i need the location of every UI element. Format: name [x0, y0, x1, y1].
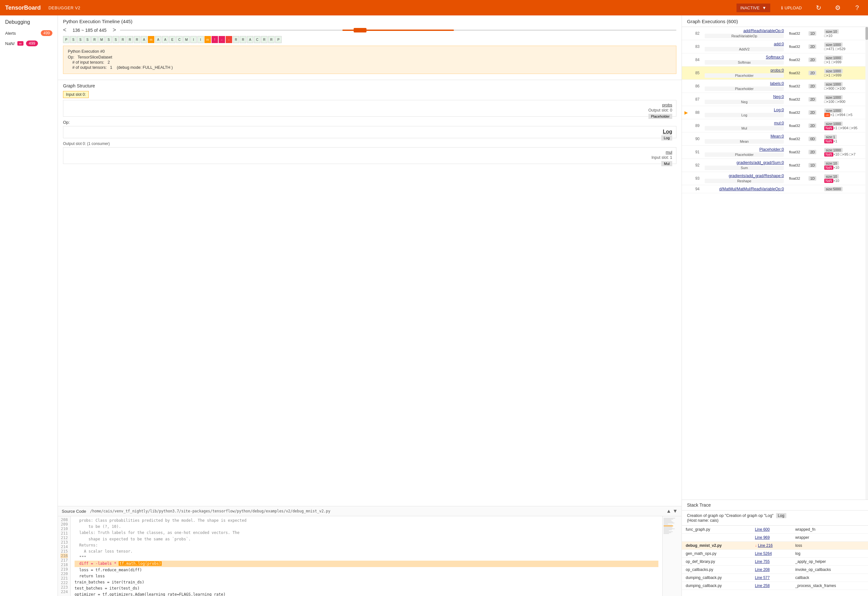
graph-exec-row[interactable]: 89mul:0Mulfloat322Dsize:1000NaN×1 □×904 … — [682, 119, 868, 133]
graph-exec-row[interactable]: 83add:0AddV2float322Dsize:1000□×471 □×52… — [682, 40, 868, 53]
graph-exec-row[interactable]: 85probs:0Placeholderfloat322Dsize:1000□×… — [682, 66, 868, 80]
input-graph-box: probs Output slot: 0 Placeholder — [63, 100, 676, 117]
help-button[interactable]: ? — [851, 2, 863, 13]
row-op[interactable]: mul:0Mul — [702, 119, 786, 133]
exec-chip-14[interactable]: A — [162, 36, 168, 43]
graph-exec-scrollbar[interactable] — [865, 27, 868, 500]
graph-exec-row[interactable]: 84Softmax:0Softmaxfloat322Dsize:1000□×1 … — [682, 53, 868, 66]
op-box-tag-button[interactable]: Log — [661, 135, 672, 140]
status-dropdown[interactable]: INACTIVE ▼ — [737, 3, 770, 12]
exec-chip-17[interactable]: M — [183, 36, 190, 43]
row-dim: 1D — [806, 27, 821, 40]
exec-chip-2[interactable]: S — [77, 36, 84, 43]
graph-exec-row[interactable]: ▶88Log:0Logfloat322Dsize:1000-∞×1 □×994 … — [682, 106, 868, 119]
graph-exec-row[interactable]: 92gradients/add_grad/Sum:0Sumfloat321Dsi… — [682, 159, 868, 172]
exec-chip-19[interactable]: I — [197, 36, 204, 43]
row-op[interactable]: gradients/add_grad/Reshape:0Reshape — [702, 172, 786, 185]
exec-chip-7[interactable]: S — [112, 36, 119, 43]
upload-button[interactable]: ℹ UPLOAD — [778, 3, 805, 12]
timeline-next-button[interactable]: > — [113, 27, 117, 34]
exec-chip-24[interactable]: R — [233, 36, 239, 43]
exec-chip-25[interactable]: R — [240, 36, 246, 43]
exec-chip-11[interactable]: A — [141, 36, 147, 43]
graph-exec-row[interactable]: 87Neg:0Negfloat322Dsize:1000□×100 □×900 — [682, 93, 868, 106]
exec-chip-4[interactable]: R — [91, 36, 98, 43]
exec-chip-23[interactable]: - — [226, 36, 232, 43]
exec-chip-20[interactable]: m — [204, 36, 211, 43]
row-op[interactable]: Neg:0Neg — [702, 93, 786, 106]
exec-chip-8[interactable]: R — [120, 36, 126, 43]
stack-line[interactable]: Line 258 — [751, 582, 791, 590]
stack-func: wrapped_fn — [791, 525, 868, 534]
timeline-slider[interactable] — [120, 27, 676, 34]
exec-chip-16[interactable]: C — [176, 36, 183, 43]
row-op[interactable]: add:0AddV2 — [702, 40, 786, 53]
stack-line[interactable]: Line 969 — [751, 534, 791, 542]
source-collapse-button[interactable]: ▲ — [666, 508, 671, 514]
exec-chip-30[interactable]: P — [275, 36, 282, 43]
exec-chip-26[interactable]: A — [247, 36, 253, 43]
stack-func: invoke_op_callbacks — [791, 566, 868, 574]
exec-chip-29[interactable]: R — [268, 36, 275, 43]
row-num: 90 — [691, 133, 702, 146]
top-nav: TensorBoard DEBUGGER V2 INACTIVE ▼ ℹ UPL… — [0, 0, 868, 15]
timeline-prev-button[interactable]: < — [63, 27, 66, 34]
stack-row: dumping_callback.pyLine 577callback — [682, 574, 868, 582]
stack-line[interactable]: Line 577 — [751, 574, 791, 582]
exec-chip-13[interactable]: A — [155, 36, 161, 43]
stack-line[interactable]: Line 5264 — [751, 550, 791, 558]
exec-chip-15[interactable]: E — [169, 36, 176, 43]
stack-header: Stack Trace — [682, 500, 868, 510]
exec-chip-9[interactable]: R — [127, 36, 133, 43]
row-dtype: float32 — [786, 133, 806, 146]
exec-chip-21[interactable]: ! — [211, 36, 218, 43]
stack-func: loss — [791, 542, 868, 550]
exec-chip-22[interactable]: - — [218, 36, 225, 43]
code-content[interactable]: probs: Class probabilities predicted by … — [71, 516, 662, 596]
row-op[interactable]: Mean:0Mean — [702, 133, 786, 146]
exec-chip-3[interactable]: S — [84, 36, 91, 43]
row-size: size:1000NaN×1 □×904 □×95 — [822, 119, 868, 133]
stack-line[interactable]: Line 600 — [751, 525, 791, 534]
settings-button[interactable]: ⚙ — [832, 2, 844, 13]
source-expand-button[interactable]: ▼ — [673, 508, 678, 514]
refresh-button[interactable]: ↻ — [813, 2, 824, 13]
row-op[interactable]: probs:0Placeholder — [702, 66, 786, 80]
exec-chip-10[interactable]: R — [134, 36, 140, 43]
row-op[interactable]: gradients/add_grad/Sum:0Sum — [702, 159, 786, 172]
stack-table-container[interactable]: func_graph.pyLine 600wrapped_fnLine 969w… — [682, 525, 868, 596]
exec-chip-18[interactable]: I — [190, 36, 197, 43]
output-box-name: mul — [67, 150, 672, 155]
exec-inputs-value: 2 — [108, 60, 110, 65]
source-controls: ▲ ▼ — [666, 508, 678, 514]
alerts-badge: 499 — [41, 30, 52, 36]
graph-exec-row[interactable]: 94d/MatMul/MatMul/ReadVariableOp:0size:5… — [682, 185, 868, 193]
output-box-tag-button[interactable]: Mul — [661, 161, 672, 166]
exec-chip-12[interactable]: m — [148, 36, 154, 43]
stack-line[interactable]: Line 755 — [751, 558, 791, 566]
input-box-tag-button[interactable]: Placeholder — [648, 114, 672, 119]
row-num: 93 — [691, 172, 702, 185]
row-op[interactable]: d/MatMul/MatMul/ReadVariableOp:0 — [702, 185, 786, 193]
stack-line[interactable]: Line 208 — [751, 566, 791, 574]
exec-chip-6[interactable]: S — [105, 36, 112, 43]
graph-exec-row[interactable]: 91Placeholder:0Placeholderfloat322Dsize:… — [682, 146, 868, 159]
exec-chip-1[interactable]: S — [70, 36, 77, 43]
graph-exec-row[interactable]: 90Mean:0Meanfloat320Dsize:1NaN×1 — [682, 133, 868, 146]
graph-exec-row[interactable]: 86labels:0Placeholderfloat322Dsize:1000□… — [682, 80, 868, 93]
exec-chip-28[interactable]: R — [261, 36, 267, 43]
row-op[interactable]: add/ReadVariableOp:0ReadVariableOp — [702, 27, 786, 40]
sidebar: Debugging Alerts 499 NaN/ ∞ 499 — [0, 15, 58, 596]
graph-exec-table-container[interactable]: 82add/ReadVariableOp:0ReadVariableOpfloa… — [682, 27, 868, 500]
stack-line[interactable]: ↓ Line 216 — [751, 542, 791, 550]
row-op[interactable]: Softmax:0Softmax — [702, 53, 786, 66]
graph-exec-row[interactable]: 93gradients/add_grad/Reshape:0Reshapeflo… — [682, 172, 868, 185]
row-op[interactable]: Log:0Log — [702, 106, 786, 119]
graph-exec-row[interactable]: 82add/ReadVariableOp:0ReadVariableOpfloa… — [682, 27, 868, 40]
exec-chip-27[interactable]: C — [254, 36, 260, 43]
row-op[interactable]: Placeholder:0Placeholder — [702, 146, 786, 159]
row-op[interactable]: labels:0Placeholder — [702, 80, 786, 93]
stack-row: Line 969wrapper — [682, 534, 868, 542]
exec-chip-0[interactable]: P — [63, 36, 69, 43]
exec-chip-5[interactable]: M — [98, 36, 105, 43]
